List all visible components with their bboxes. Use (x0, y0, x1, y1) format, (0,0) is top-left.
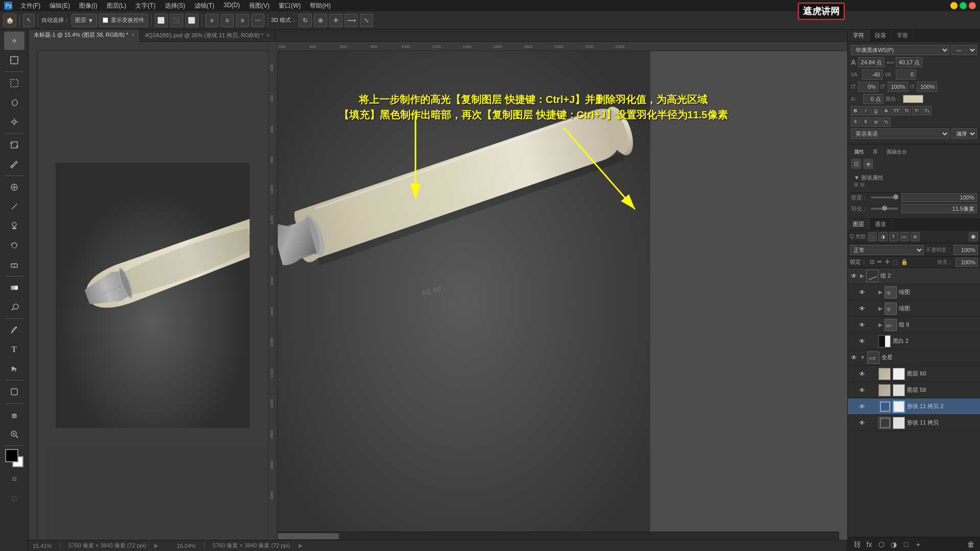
screen-mode-btn[interactable]: ⬚ (4, 489, 24, 507)
blur-track[interactable] (871, 208, 898, 210)
menu-item-窗口w[interactable]: 窗口(W) (275, 1, 305, 11)
allcaps-btn[interactable]: TT (892, 106, 901, 115)
maximize-button[interactable]: □ (960, 2, 967, 9)
frac-btn[interactable]: ½ (881, 117, 891, 127)
font-style-select[interactable]: — (951, 45, 977, 55)
language-select[interactable]: 英语美语 (851, 129, 949, 139)
filter-smart-btn[interactable]: ⊘ (911, 232, 920, 241)
bold-btn[interactable]: B (851, 106, 860, 115)
font-family-select[interactable]: 华康黑体W5(P) (851, 45, 949, 55)
tab-glyph[interactable]: 字形 (892, 30, 914, 41)
lock-all-icon[interactable]: 🔒 (901, 259, 908, 265)
menu-item-3dd[interactable]: 3D(D) (219, 1, 244, 11)
expand-group2[interactable]: ▶ (860, 273, 864, 279)
show-transform-checkbox[interactable] (103, 17, 108, 23)
pen-tool[interactable] (4, 321, 24, 339)
3d-rotate-btn[interactable]: ↻ (299, 14, 312, 27)
lock-transparent-icon[interactable]: ⊡ (870, 259, 874, 265)
shape-tool[interactable] (4, 383, 24, 401)
line-height-input[interactable] (896, 57, 922, 67)
underline-btn[interactable]: U (871, 106, 880, 115)
it-scale-input[interactable] (858, 82, 878, 92)
eyedropper-tool[interactable] (4, 155, 24, 173)
hand-tool[interactable] (4, 406, 24, 424)
layer-58[interactable]: 👁 图层 58 (848, 382, 980, 398)
tracking-input[interactable] (862, 69, 883, 80)
props-layer-icon[interactable]: ◈ (863, 159, 873, 169)
text-color-swatch[interactable] (903, 95, 923, 103)
props-adjust-icon[interactable]: ⊡ (851, 159, 861, 169)
tab-right-doc[interactable]: 4Q2A2891.psd @ 26% (形状 11 拷贝, RGB/8) * × (140, 30, 275, 42)
blur-thumb[interactable] (882, 206, 887, 211)
tab-character[interactable]: 字符 (848, 30, 870, 41)
tab-layers[interactable]: 图层 (848, 219, 870, 230)
link-layers-btn[interactable]: ⛓ (852, 539, 862, 549)
italic-btn[interactable]: I (861, 106, 870, 115)
layer-vis-60[interactable]: 👁 (858, 370, 866, 378)
layer-bw2[interactable]: 👁 黑白 2 (848, 333, 980, 349)
liga2-btn[interactable]: fl (861, 117, 870, 127)
minimize-button[interactable]: − (950, 2, 958, 9)
new-adj-btn[interactable]: ◑ (889, 539, 899, 549)
eraser-tool[interactable] (4, 256, 24, 274)
expand-sub2[interactable]: ▶ (878, 306, 883, 311)
density-track[interactable] (871, 196, 898, 198)
lasso-tool[interactable] (4, 93, 24, 112)
height-input[interactable] (917, 82, 937, 92)
tab-left-doc[interactable]: 未标题-1 @ 15.4% (图层 38, RGB/8) * × (29, 30, 140, 42)
filter-pixel-btn[interactable]: ⬛ (868, 232, 877, 241)
tab-library[interactable]: 库 (870, 147, 881, 157)
layer-allstar[interactable]: 👁 ▼ 全星 全星 (848, 349, 980, 366)
delete-layer-btn[interactable]: 🗑 (966, 539, 976, 549)
close-button[interactable]: × (969, 2, 976, 9)
layer-subgroup-2[interactable]: 👁 ▶ 缩 缩图 (848, 300, 980, 317)
text-tool[interactable]: T (4, 340, 24, 359)
history-brush-tool[interactable] (4, 236, 24, 255)
align-center-btn[interactable]: ⬛ (170, 14, 183, 27)
layer-vis-sub2[interactable]: 👁 (858, 305, 866, 313)
expand-sub1[interactable]: ▶ (878, 289, 883, 295)
filter-text-btn[interactable]: T (889, 232, 898, 241)
tab-properties[interactable]: 属性 (851, 147, 868, 157)
more-options-btn[interactable]: ⋯ (251, 14, 264, 27)
distribute-mid-btn[interactable]: ≡ (220, 14, 234, 27)
lock-pixels-icon[interactable]: ✏ (877, 259, 882, 265)
opacity-input[interactable] (953, 245, 978, 255)
zoom-tool[interactable] (4, 425, 24, 443)
3d-slide-btn[interactable]: ⟿ (345, 14, 358, 27)
path-select-tool[interactable] (4, 360, 24, 378)
filter-adj-btn[interactable]: ◑ (878, 232, 888, 241)
strikethrough-btn[interactable]: S (881, 106, 891, 115)
tab-right-close[interactable]: × (266, 33, 270, 38)
density-thumb[interactable] (893, 194, 898, 199)
width-input[interactable] (888, 82, 908, 92)
blur-input[interactable] (901, 204, 977, 213)
menu-item-滤镜t[interactable]: 滤镜(T) (190, 1, 218, 11)
show-transform-btn[interactable]: 显示变换控件 (99, 14, 148, 27)
add-mask-btn[interactable]: ⬡ (876, 539, 887, 549)
kerning-input[interactable] (896, 69, 916, 80)
gradient-tool[interactable] (4, 279, 24, 297)
layer-vis-g9[interactable]: 👁 (858, 321, 866, 329)
move-tool[interactable] (4, 32, 24, 50)
density-input[interactable] (901, 193, 977, 202)
tab-left-close[interactable]: × (131, 32, 134, 38)
layers-filter-toggle[interactable]: ◉ (969, 232, 978, 241)
layer-subgroup-1[interactable]: 👁 ▶ 缩 缩图 (848, 284, 980, 300)
fill-input[interactable] (955, 258, 978, 267)
menu-item-图像i[interactable]: 图像(I) (75, 1, 101, 11)
lock-artboard-icon[interactable]: ⬚ (893, 259, 898, 265)
antialiasing-select[interactable]: 濑厚 (951, 129, 977, 139)
menu-item-帮助h[interactable]: 帮助(H) (306, 1, 335, 11)
expand-g9[interactable]: ▶ (878, 322, 883, 328)
new-group-btn[interactable]: □ (901, 539, 911, 549)
move-tool-btn[interactable]: ↖ (23, 14, 35, 27)
foreground-color[interactable] (5, 449, 18, 462)
new-layer-btn[interactable]: + (913, 539, 923, 549)
distribute-bot-btn[interactable]: ≡ (236, 14, 249, 27)
font-size-input[interactable] (858, 57, 885, 67)
color-preview[interactable] (5, 449, 23, 467)
brush-tool[interactable] (4, 197, 24, 216)
quick-mask-btn[interactable]: ⊡ (4, 469, 24, 488)
layer-group-9[interactable]: 👁 ▶ 组9 组 9 (848, 317, 980, 333)
